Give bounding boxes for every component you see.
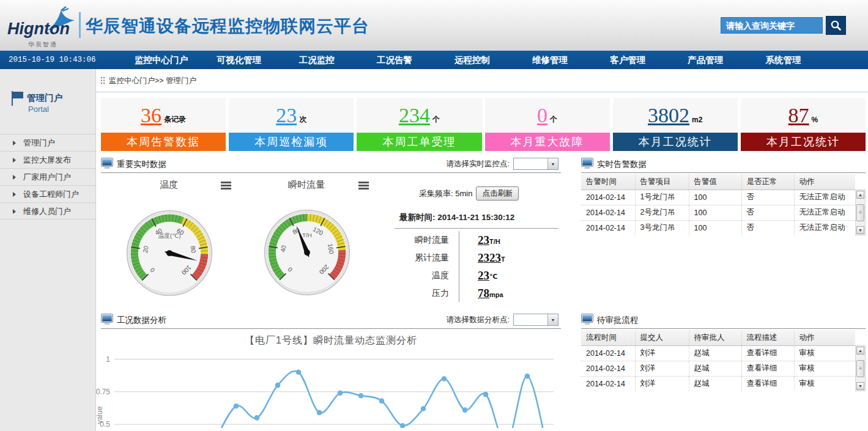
sidebar-item-label: 厂家用户门户 — [23, 172, 71, 182]
column-header: 待审批人 — [689, 330, 741, 345]
arrow-right-icon — [13, 192, 16, 197]
breadcrumb: 监控中心门户>> 管理门户 — [96, 69, 868, 92]
arrow-right-icon — [13, 158, 16, 163]
nav-item-1[interactable]: 可视化管理 — [200, 54, 278, 66]
stat-card-top: 0个 — [485, 98, 610, 133]
action-link[interactable]: 审核 — [794, 376, 855, 391]
svg-text:1: 1 — [106, 355, 110, 364]
logo: Hignton 华辰智通 — [6, 6, 78, 46]
analysis-header: 工况数据分析 请选择数据分析点: ▼ — [101, 312, 561, 329]
action-link[interactable]: 审核 — [794, 345, 855, 361]
scroll-down-icon[interactable]: ▼ — [856, 382, 864, 390]
approval-section-title: 待审批流程 — [597, 315, 639, 326]
stat-value[interactable]: 87 — [788, 104, 809, 127]
alarm-table-scrollbar[interactable]: ▲ ≡ ▼ — [855, 190, 866, 235]
nav-item-5[interactable]: 维修管理 — [511, 54, 589, 66]
nav-item-7[interactable]: 产品管理 — [667, 54, 744, 66]
stat-card-3: 0个本月重大故障 — [485, 98, 610, 151]
column-header: 动作 — [794, 330, 855, 345]
stat-card-top: 87% — [741, 98, 866, 133]
search-button[interactable] — [826, 16, 846, 35]
stat-value[interactable]: 36 — [141, 104, 161, 127]
portal-subtitle: Portal — [28, 105, 49, 114]
sidebar-item-1[interactable]: 监控大屏发布 — [0, 151, 96, 168]
sidebar-item-3[interactable]: 设备工程师门户 — [0, 185, 96, 202]
nav-item-0[interactable]: 监控中心门户 — [122, 54, 200, 66]
monitor-icon — [581, 314, 593, 325]
table-cell: 无法正常启动 — [794, 205, 855, 220]
table-cell: 赵城 — [689, 345, 741, 361]
monitor-point-select[interactable]: ▼ — [513, 158, 558, 170]
nav-timestamp: 2015-10-19 10:43:06 — [9, 56, 96, 64]
gauge-temp-toolbox-icon[interactable] — [221, 182, 231, 191]
table-cell: 2014-02-14 — [581, 190, 635, 205]
analysis-picker: 请选择数据分析点: ▼ — [447, 314, 558, 326]
column-header: 提交人 — [635, 330, 689, 345]
metric-value-cell: 2323T — [459, 249, 505, 267]
stat-banner: 本周巡检漏项 — [229, 133, 354, 151]
table-cell: 刘洋 — [635, 376, 689, 391]
chevron-down-icon[interactable]: ▼ — [547, 314, 558, 325]
stat-card-1: 23次本周巡检漏项 — [229, 98, 354, 151]
metric-row-1: 累计流量2323T — [379, 249, 560, 267]
scroll-thumb[interactable]: ≡ — [856, 204, 864, 221]
sidebar-item-0[interactable]: 管理门户 — [0, 134, 96, 151]
stat-value[interactable]: 234 — [399, 104, 430, 127]
action-link[interactable]: 审核 — [794, 361, 855, 376]
svg-text:80: 80 — [189, 245, 197, 253]
stat-banner: 本月工况统计 — [613, 133, 738, 151]
right-panel: 实时告警数据 告警时间告警项目告警值是否正常动作2014-02-141号龙门吊1… — [581, 156, 866, 431]
nav-item-4[interactable]: 远程控制 — [433, 54, 511, 66]
nav-item-3[interactable]: 工况告警 — [355, 54, 433, 66]
column-header: 告警值 — [689, 174, 741, 190]
approval-table-scrollbar[interactable]: ▲ ≡ ▼ — [855, 345, 866, 391]
arrow-right-icon — [13, 175, 16, 180]
collect-freq-row: 采集频率: 5min 点击刷新 — [419, 186, 519, 201]
realtime-picker: 请选择实时监控点: ▼ — [447, 158, 558, 170]
table-cell: 2014-02-14 — [581, 205, 635, 220]
metric-value: 23 — [478, 234, 489, 247]
column-header: 告警时间 — [581, 174, 635, 190]
nav-item-6[interactable]: 客户管理 — [589, 54, 667, 66]
stat-unit: 个 — [432, 114, 440, 125]
breadcrumb-text: 监控中心门户>> 管理门户 — [109, 76, 196, 85]
alarm-table: 告警时间告警项目告警值是否正常动作2014-02-141号龙门吊100否无法正常… — [581, 174, 855, 235]
sidebar-item-label: 管理门户 — [23, 138, 55, 147]
stat-value[interactable]: 3802 — [648, 104, 689, 127]
approval-row-1: 2014-02-14刘洋赵城查看详细审核 — [581, 361, 855, 376]
stat-value[interactable]: 0 — [537, 104, 547, 127]
sidebar-item-4[interactable]: 维修人员门户 — [0, 202, 96, 219]
stat-card-0: 36条记录本周告警数据 — [101, 98, 226, 151]
collect-freq-label: 采集频率: 5min — [419, 188, 472, 199]
nav-item-2[interactable]: 工况监控 — [278, 54, 355, 66]
stat-value[interactable]: 23 — [276, 104, 297, 127]
action-link[interactable]: 查看详细 — [741, 361, 794, 376]
arrow-right-icon — [13, 209, 16, 214]
chart-title: 【电厂1号线】瞬时流量动态监测分析 — [101, 334, 561, 347]
approval-table-wrap: 流程时间提交人待审批人流程描述动作2014-02-14刘洋赵城查看详细审核201… — [581, 330, 866, 391]
nav-item-8[interactable]: 系统管理 — [744, 54, 822, 66]
scroll-down-icon[interactable]: ▼ — [856, 226, 864, 234]
scroll-thumb[interactable]: ≡ — [856, 360, 864, 377]
realtime-header: 重要实时数据 请选择实时监控点: ▼ — [101, 156, 561, 173]
chevron-down-icon[interactable]: ▼ — [547, 158, 558, 169]
search-input[interactable] — [721, 17, 823, 34]
sidebar-item-2[interactable]: 厂家用户门户 — [0, 168, 96, 185]
gauge-temperature: 020406080100温度(℃) — [124, 207, 215, 299]
metric-value-cell: 78mpa — [459, 284, 503, 302]
svg-text:40: 40 — [280, 245, 287, 252]
action-link[interactable]: 查看详细 — [741, 376, 794, 391]
refresh-button[interactable]: 点击刷新 — [476, 186, 519, 201]
action-link[interactable]: 查看详细 — [741, 345, 794, 361]
analysis-picker-label: 请选择数据分析点: — [447, 315, 510, 325]
scroll-up-icon[interactable]: ▲ — [856, 191, 864, 199]
realtime-picker-label: 请选择实时监控点: — [447, 159, 510, 169]
table-cell: 100 — [689, 220, 741, 235]
stat-card-4: 3802m2本月工况统计 — [613, 98, 738, 151]
alarm-table-wrap: 告警时间告警项目告警值是否正常动作2014-02-141号龙门吊100否无法正常… — [581, 174, 866, 235]
analysis-point-select[interactable]: ▼ — [513, 314, 558, 326]
approval-table: 流程时间提交人待审批人流程描述动作2014-02-14刘洋赵城查看详细审核201… — [581, 330, 855, 391]
scroll-up-icon[interactable]: ▲ — [856, 347, 864, 355]
gauge-flow-toolbox-icon[interactable] — [358, 182, 369, 191]
table-cell: 100 — [689, 205, 741, 220]
